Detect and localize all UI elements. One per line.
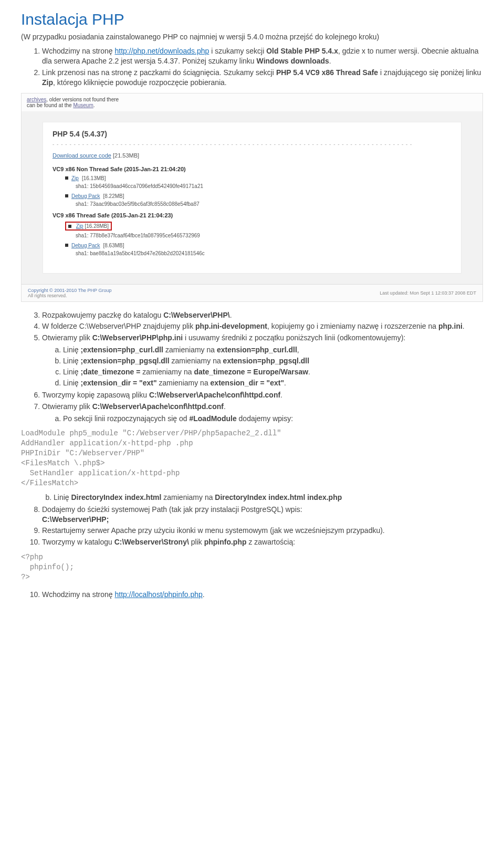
ts-zip-link[interactable]: Zip [76, 223, 83, 229]
steps-list-mid: Rozpakowujemy paczkę do katalogu C:\Webs… [21, 310, 483, 424]
steps-list-final: Wchodzimy na stronę http://localhost/php… [21, 590, 483, 600]
page-title: Instalacja PHP [21, 11, 483, 28]
code-block-phpinfo: <?php phpinfo(); ?> [21, 552, 483, 582]
nts-zip-link[interactable]: Zip [71, 175, 79, 181]
localhost-phpinfo-link[interactable]: http://localhost/phpinfo.php [115, 590, 203, 599]
steps-list-bottom: Linię DirectoryIndex index.html zamienia… [21, 493, 483, 547]
code-block-httpd: LoadModule php5_module "C:/Webserver/PHP… [21, 428, 483, 488]
step-7-sub-b: Linię DirectoryIndex index.html zamienia… [33, 493, 483, 503]
step-5c: Linię ;date_timezone = zamieniamy na dat… [63, 367, 483, 377]
bullet-icon [65, 176, 68, 180]
nts-zip-item: Zip [16.13MB] [65, 175, 452, 181]
source-download-link[interactable]: Download source code [52, 152, 111, 159]
step-2: Link przenosi nas na stronę z paczkami d… [42, 68, 483, 88]
highlighted-zip: Zip [16.28MB] [65, 222, 112, 231]
ts-heading: VC9 x86 Thread Safe (2015-Jan-21 21:04:2… [52, 212, 452, 218]
ss-card: PHP 5.4 (5.4.37) - - - - - - - - - - - -… [43, 122, 461, 274]
php-windows-screenshot: archives, older versions not found there… [21, 93, 483, 302]
intro-note: (W przypadku posiadania zainstalowanego … [21, 33, 483, 41]
ss-footer: Copyright © 2001-2010 The PHP Group All … [22, 284, 482, 301]
step-9: Restartujemy serwer Apache przy użyciu i… [42, 526, 483, 536]
bullet-icon [65, 194, 68, 197]
bullet-icon [65, 244, 68, 247]
step-7a: Po sekcji linii rozpoczynających się od … [63, 414, 483, 424]
step-5: Otwieramy plik C:\Webserver\PHP\php.ini … [42, 333, 483, 388]
ss-top-note: archives, older versions not found there… [22, 93, 482, 111]
step-7b: Linię DirectoryIndex index.html zamienia… [54, 493, 483, 503]
step-1: Wchodzimy na stronę http://php.net/downl… [42, 46, 483, 66]
step-6: Tworzymy kopię zapasową pliku C:\Webserv… [42, 390, 483, 400]
bullet-icon [68, 225, 71, 228]
ss-source-line: Download source code [21.53MB] [52, 152, 452, 159]
step-3: Rozpakowujemy paczkę do katalogu C:\Webs… [42, 310, 483, 320]
step-8: Dodajemy do ścieżki systemowej Path (tak… [42, 505, 483, 525]
nts-debug-link[interactable]: Debug Pack [71, 193, 100, 199]
step-5d: Linię ;extension_dir = "ext" zamieniamy … [63, 378, 483, 388]
step-7-sub: Po sekcji linii rozpoczynających się od … [42, 414, 483, 424]
ts-dbg-sha: sha1: bae88a1a19a5bc41f2bd47e26bb2d20241… [76, 250, 452, 256]
ts-dbg-item: Debug Pack [8.63MB] [65, 243, 452, 248]
ts-zip-sha: sha1: 778b8e37fcaaf64fbce1fa087995ce5465… [76, 233, 452, 238]
step-4: W folderze C:\Webserver\PHP znajdujemy p… [42, 321, 483, 331]
ts-zip-item: Zip [16.28MB] [65, 222, 452, 231]
ss-card-title: PHP 5.4 (5.4.37) [52, 130, 452, 138]
nts-heading: VC9 x86 Non Thread Safe (2015-Jan-21 21:… [52, 166, 452, 172]
step-10: Tworzymy w katalogu C:\Webserver\Strony\… [42, 537, 483, 547]
step-5a: Linię ;extension=php_curl.dll zamieniamy… [63, 345, 483, 355]
nts-dbg-item: Debug Pack [8.22MB] [65, 193, 452, 199]
step-5-sub: Linię ;extension=php_curl.dll zamieniamy… [42, 345, 483, 388]
step-7: Otwieramy plik C:\Webserver\Apache\conf\… [42, 402, 483, 424]
step-5b: Linię ;extension=php_pgsql.dll zamieniam… [63, 356, 483, 366]
nts-dbg-sha: sha1: 73aac99bac03e5f9bc6af3fc8558c088e5… [76, 201, 452, 207]
ts-debug-link[interactable]: Debug Pack [71, 243, 100, 248]
nts-zip-sha: sha1: 15b64569aad46cca7096efdd542490fe49… [76, 183, 452, 189]
step-10b: Wchodzimy na stronę http://localhost/php… [42, 590, 483, 600]
php-downloads-link[interactable]: http://php.net/downloads.php [115, 47, 209, 55]
steps-list-top: Wchodzimy na stronę http://php.net/downl… [21, 46, 483, 88]
